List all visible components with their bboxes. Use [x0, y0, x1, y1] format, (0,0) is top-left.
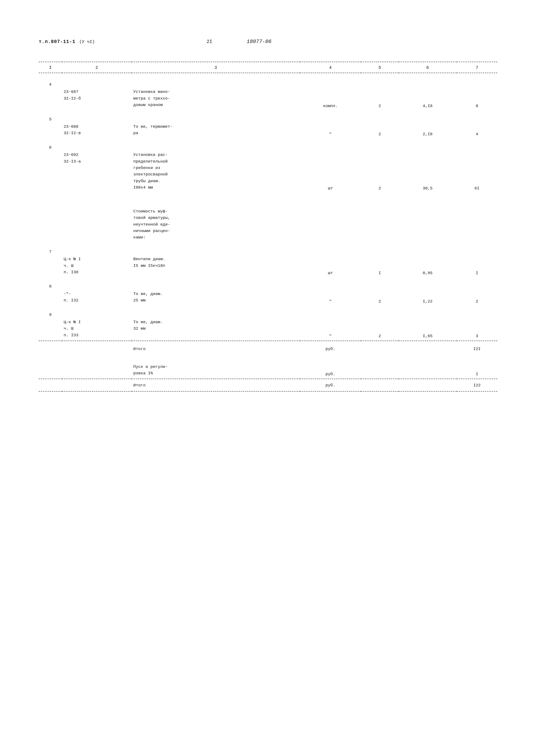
col-header-5: 5 [361, 63, 399, 73]
cell-8-6: I,22 [399, 282, 457, 306]
cell-4-4: компл. [300, 80, 361, 110]
data-row-7: 7 Ц-к № I ч. Ш п. I30 Вентили диам. I5 м… [39, 247, 497, 278]
cell-note-3: Стоимость муф- товой арматуры, неучтенно… [132, 199, 300, 243]
col-header-7: 7 [457, 63, 497, 73]
cell-8-5: 2 [361, 282, 399, 306]
total-row-3: Итого руб. I22 [39, 380, 497, 391]
cell-4-7: 8 [457, 80, 497, 110]
column-header-row: I 2 3 4 5 6 7 [39, 63, 497, 73]
data-row-4: 4 23-687 32-I2-б Установка мано- метра с… [39, 80, 497, 110]
total-3-empty [39, 380, 132, 391]
data-row-6: 6 23-692 32-I3-а Установка рас- пределит… [39, 143, 497, 193]
header-sub: (У чI) [79, 39, 95, 44]
total-1-empty3 [399, 343, 457, 355]
cell-4-3: Установка мано- метра с треххо- довым кр… [132, 80, 300, 110]
total-3-empty2 [361, 380, 399, 391]
cell-6-2: 23-692 32-I3-а [62, 143, 132, 193]
total-2-empty2 [361, 355, 399, 379]
cell-7-6: 0,95 [399, 247, 457, 278]
spacer-2 [39, 110, 497, 115]
cell-4-1: 4 [39, 80, 62, 110]
total-2-empty [39, 355, 132, 379]
cell-5-4: " [300, 115, 361, 139]
total-3-unit: руб. [300, 380, 361, 391]
cell-5-1: 5 [39, 115, 62, 139]
total-3-label: Итого [132, 380, 300, 391]
cell-4-2: 23-687 32-I2-б [62, 80, 132, 110]
header-right: 18077-06 [247, 39, 271, 45]
cell-9-3: То же, диам. 32 мм [132, 310, 300, 341]
cell-7-3: Вентили диам. I5 мм I5кч18п [132, 247, 300, 278]
cell-5-3: То же, термомет- ра [132, 115, 300, 139]
cell-6-6: 30,5 [399, 143, 457, 193]
cell-5-6: 2,I8 [399, 115, 457, 139]
header-left: т.п.807-11-1 [39, 39, 75, 45]
cell-6-4: шт [300, 143, 361, 193]
total-row-1: Итого руб. I2I [39, 343, 497, 355]
cell-7-1: 7 [39, 247, 62, 278]
cell-9-6: I,65 [399, 310, 457, 341]
total-row-2: Пуск и регули- ровка I% руб. I [39, 355, 497, 379]
total-1-label: Итого [132, 343, 300, 355]
cell-8-4: " [300, 282, 361, 306]
cell-4-5: 2 [361, 80, 399, 110]
header-center: 2I [207, 39, 212, 45]
spacer-3 [39, 139, 497, 143]
col-header-2: 2 [62, 63, 132, 73]
header-row: т.п.807-11-1 (У чI) 2I 18077-06 [39, 39, 497, 45]
cell-7-7: I [457, 247, 497, 278]
cell-note-2 [62, 199, 132, 243]
separator-final [39, 391, 497, 392]
spacer-4 [39, 193, 497, 199]
total-1-empty [39, 343, 132, 355]
spacer-1 [39, 74, 497, 80]
cell-5-7: 4 [457, 115, 497, 139]
total-1-empty2 [361, 343, 399, 355]
cell-6-3: Установка рас- пределительной гребенки и… [132, 143, 300, 193]
total-1-value: I2I [457, 343, 497, 355]
cell-8-1: 8 [39, 282, 62, 306]
total-2-label: Пуск и регули- ровка I% [132, 355, 300, 379]
cell-8-7: 2 [457, 282, 497, 306]
col-header-3: 3 [132, 63, 300, 73]
separator-before-total1 [39, 341, 497, 343]
spacer-5 [39, 243, 497, 247]
cell-7-2: Ц-к № I ч. Ш п. I30 [62, 247, 132, 278]
cell-note-1 [39, 199, 62, 243]
data-row-5: 5 23-688 32-I2-в То же, термомет- ра " 2… [39, 115, 497, 139]
col-header-4: 4 [300, 63, 361, 73]
cell-9-5: 2 [361, 310, 399, 341]
cell-note-rest [300, 199, 497, 243]
cell-8-2: -"- п. I32 [62, 282, 132, 306]
cell-6-1: 6 [39, 143, 62, 193]
cell-8-3: То же, диам. 25 мм [132, 282, 300, 306]
cell-6-7: 6I [457, 143, 497, 193]
col-header-6: 6 [399, 63, 457, 73]
main-table: I 2 3 4 5 6 7 4 23-687 32-I2-б [39, 62, 497, 392]
cell-9-1: 9 [39, 310, 62, 341]
cell-7-4: шт [300, 247, 361, 278]
total-2-empty3 [399, 355, 457, 379]
total-3-empty3 [399, 380, 457, 391]
cell-6-5: 2 [361, 143, 399, 193]
data-row-note: Стоимость муф- товой арматуры, неучтенно… [39, 199, 497, 243]
total-2-value: I [457, 355, 497, 379]
total-3-value: I22 [457, 380, 497, 391]
cell-5-5: 2 [361, 115, 399, 139]
cell-7-5: I [361, 247, 399, 278]
spacer-6 [39, 278, 497, 282]
cell-4-6: 4,I8 [399, 80, 457, 110]
spacer-7 [39, 306, 497, 310]
cell-9-4: " [300, 310, 361, 341]
data-row-8: 8 -"- п. I32 То же, диам. 25 мм " 2 I,22… [39, 282, 497, 306]
total-1-unit: руб. [300, 343, 361, 355]
cell-5-2: 23-688 32-I2-в [62, 115, 132, 139]
col-header-1: I [39, 63, 62, 73]
cell-9-7: 3 [457, 310, 497, 341]
cell-9-2: Ц-к № I ч. Ш п. I33 [62, 310, 132, 341]
total-2-unit: руб. [300, 355, 361, 379]
data-row-9: 9 Ц-к № I ч. Ш п. I33 То же, диам. 32 мм… [39, 310, 497, 341]
